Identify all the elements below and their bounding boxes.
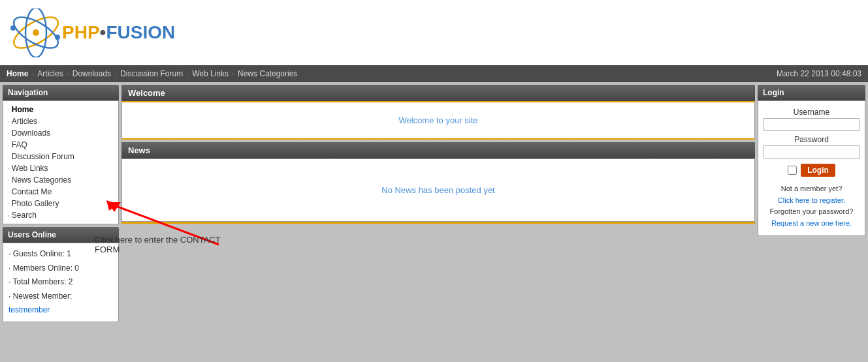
not-member-line1: Not a member yet? xyxy=(764,183,860,195)
logo-area: PHP•FUSION xyxy=(7,8,175,57)
users-online-body: · Guests Online: 1 · Members Online: 0 ·… xyxy=(3,243,119,322)
welcome-panel-header: Welcome xyxy=(121,85,755,101)
username-input[interactable] xyxy=(764,118,860,131)
nav-item-downloads[interactable]: ·Downloads xyxy=(7,127,114,139)
svg-point-5 xyxy=(55,35,60,40)
welcome-panel-body: Welcome to your site xyxy=(121,101,755,140)
password-label: Password xyxy=(764,135,860,144)
nav-item-search[interactable]: ·Search xyxy=(7,209,114,221)
center-content: Welcome Welcome to your site News No New… xyxy=(121,85,755,360)
remember-checkbox[interactable] xyxy=(788,166,797,175)
users-online-panel: Users Online · Guests Online: 1 · Member… xyxy=(3,227,119,322)
navbar: Home · Articles · Downloads · Discussion… xyxy=(0,65,868,82)
news-bottom-bar xyxy=(121,222,755,224)
nav-item-forum[interactable]: ·Discussion Forum xyxy=(7,151,114,162)
nav-link-downloads[interactable]: Downloads xyxy=(12,127,50,139)
news-panel-body: No News has been posted yet xyxy=(121,158,755,222)
forgot-password-link[interactable]: Request a new one here. xyxy=(771,219,852,227)
login-button[interactable]: Login xyxy=(801,164,835,177)
login-panel-header: Login xyxy=(758,85,865,100)
logo-text: PHP•FUSION xyxy=(62,22,175,43)
guests-online: · Guests Online: 1 xyxy=(8,247,113,262)
nav-item-news-categories[interactable]: ·News Categories xyxy=(7,174,114,186)
nav-link-articles[interactable]: Articles xyxy=(12,115,37,127)
nav-news-categories[interactable]: News Categories xyxy=(238,69,297,78)
logo-php: PHP xyxy=(62,22,100,42)
svg-point-4 xyxy=(10,25,16,31)
login-panel: Login Username Password Login Not a memb… xyxy=(758,85,865,236)
nav-links: Home · Articles · Downloads · Discussion… xyxy=(7,69,297,78)
logo-dot: • xyxy=(100,22,106,42)
nav-link-weblinks[interactable]: Web Links xyxy=(12,162,48,174)
header: PHP•FUSION xyxy=(0,0,868,65)
left-sidebar: Navigation ·Home ·Articles ·Downloads ·F… xyxy=(3,85,119,360)
logo-fusion: FUSION xyxy=(106,22,175,42)
newest-member-link[interactable]: testmember xyxy=(8,305,50,314)
welcome-message: Welcome to your site xyxy=(129,109,748,132)
login-row: Login xyxy=(764,164,860,177)
nav-item-contact[interactable]: ·Contact Me xyxy=(7,186,114,198)
login-panel-body: Username Password Login Not a member yet… xyxy=(758,100,865,236)
datetime: March 22 2013 00:48:03 xyxy=(777,69,861,78)
right-sidebar: Login Username Password Login Not a memb… xyxy=(758,85,865,360)
nav-item-photo-gallery[interactable]: ·Photo Gallery xyxy=(7,198,114,209)
nav-link-faq[interactable]: FAQ xyxy=(12,139,27,151)
nav-weblinks[interactable]: Web Links xyxy=(192,69,229,78)
nav-articles[interactable]: Articles xyxy=(37,69,63,78)
nav-link-contact[interactable]: Contact Me xyxy=(12,186,52,198)
nav-forum[interactable]: Discussion Forum xyxy=(120,69,183,78)
svg-point-3 xyxy=(33,29,39,36)
nav-link-search[interactable]: Search xyxy=(12,209,37,221)
forgot-line1: Forgotten your password? xyxy=(764,206,860,218)
nav-home[interactable]: Home xyxy=(7,69,28,78)
navigation-panel-header: Navigation xyxy=(3,85,119,100)
nav-item-weblinks[interactable]: ·Web Links xyxy=(7,162,114,174)
login-links: Not a member yet? Click here to register… xyxy=(764,183,860,229)
logo-icon xyxy=(7,8,65,57)
welcome-panel: Welcome Welcome to your site xyxy=(121,85,755,140)
nav-item-home[interactable]: ·Home xyxy=(7,104,114,115)
news-panel: News No News has been posted yet xyxy=(121,142,755,224)
nav-link-photo-gallery[interactable]: Photo Gallery xyxy=(12,198,59,209)
password-input[interactable] xyxy=(764,145,860,158)
users-online-header: Users Online xyxy=(3,227,119,243)
main-layout: Navigation ·Home ·Articles ·Downloads ·F… xyxy=(0,82,868,362)
nav-item-articles[interactable]: ·Articles xyxy=(7,115,114,127)
nav-link-forum[interactable]: Discussion Forum xyxy=(12,151,74,162)
register-link[interactable]: Click here to register. xyxy=(778,196,845,204)
navigation-panel-body: ·Home ·Articles ·Downloads ·FAQ ·Discuss… xyxy=(3,100,119,224)
nav-item-faq[interactable]: ·FAQ xyxy=(7,139,114,151)
news-no-posts: No News has been posted yet xyxy=(129,166,748,215)
nav-downloads[interactable]: Downloads xyxy=(72,69,111,78)
members-online: · Members Online: 0 xyxy=(8,262,113,276)
total-members: · Total Members: 2 xyxy=(8,275,113,290)
nav-link-home[interactable]: Home xyxy=(12,104,33,115)
newest-member-label: · Newest Member: xyxy=(8,290,113,304)
username-label: Username xyxy=(764,108,860,117)
navigation-panel: Navigation ·Home ·Articles ·Downloads ·F… xyxy=(3,85,119,224)
news-panel-header: News xyxy=(121,142,755,158)
nav-link-news-categories[interactable]: News Categories xyxy=(12,174,71,186)
